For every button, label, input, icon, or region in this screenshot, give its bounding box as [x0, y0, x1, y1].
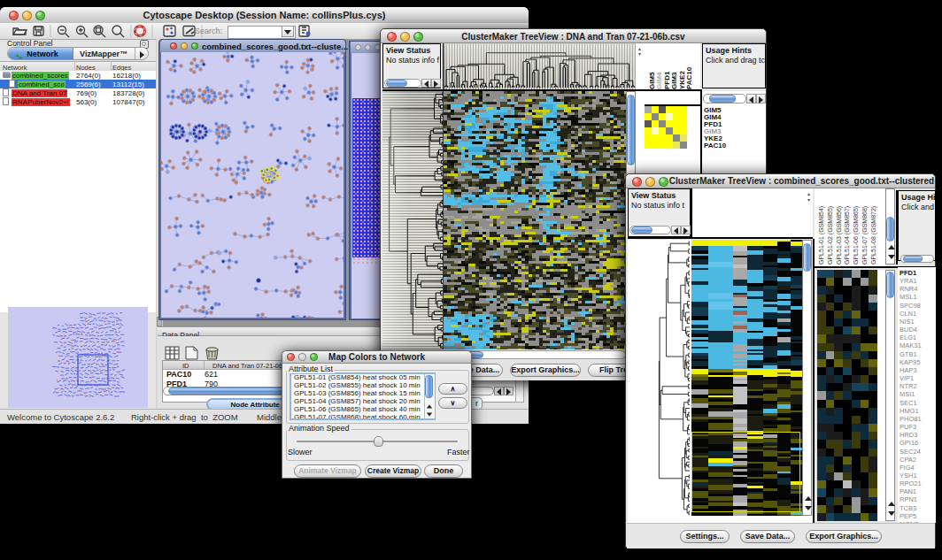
svg-text:Search:: Search: — [195, 27, 222, 35]
